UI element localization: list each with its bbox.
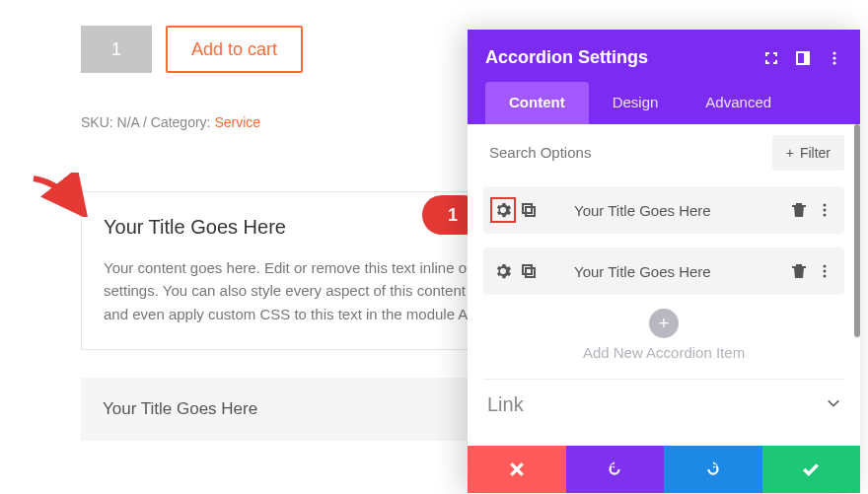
section-link[interactable]: Link: [483, 379, 844, 430]
svg-point-12: [824, 265, 827, 268]
tab-design[interactable]: Design: [589, 82, 683, 124]
add-item-row: + Add New Accordion Item: [483, 309, 844, 361]
plus-icon: +: [786, 145, 794, 161]
filter-button[interactable]: + Filter: [772, 135, 844, 171]
gear-icon[interactable]: [495, 202, 511, 218]
svg-rect-10: [523, 265, 532, 274]
svg-point-8: [824, 209, 827, 212]
redo-button[interactable]: [664, 446, 762, 493]
add-item-label: Add New Accordion Item: [483, 344, 844, 361]
accordion-item-row: Your Title Goes Here: [483, 186, 844, 234]
duplicate-icon[interactable]: [521, 202, 537, 218]
snap-icon[interactable]: [795, 50, 811, 66]
trash-icon[interactable]: [791, 202, 807, 218]
svg-rect-1: [804, 52, 809, 64]
undo-button[interactable]: [566, 446, 665, 493]
panel-title: Accordion Settings: [485, 47, 648, 68]
item-more-icon[interactable]: [817, 263, 832, 279]
panel-body: + Filter Your Title Goes Here Your Title…: [468, 124, 860, 446]
meta-text: SKU: N/A / Category:: [81, 114, 214, 130]
svg-point-14: [824, 275, 827, 278]
accordion-item-title: Your Title Goes Here: [574, 263, 781, 280]
quantity-input[interactable]: 1: [81, 26, 152, 73]
tab-content[interactable]: Content: [485, 82, 589, 124]
panel-tabs: Content Design Advanced: [485, 82, 842, 124]
annotation-arrow: [30, 173, 89, 217]
item-more-icon[interactable]: [817, 202, 832, 218]
svg-rect-5: [523, 204, 532, 213]
panel-footer: [468, 446, 860, 493]
svg-point-3: [832, 56, 835, 59]
trash-icon[interactable]: [791, 263, 807, 279]
section-link-label: Link: [487, 393, 524, 416]
svg-point-7: [824, 204, 827, 207]
gear-icon[interactable]: [495, 263, 511, 279]
filter-label: Filter: [800, 145, 831, 161]
settings-panel: Accordion Settings Content Design Advanc…: [468, 30, 860, 493]
expand-icon[interactable]: [763, 50, 779, 66]
panel-more-icon[interactable]: [827, 50, 842, 66]
accordion-item-row: Your Title Goes Here: [483, 247, 844, 295]
category-link[interactable]: Service: [214, 114, 260, 130]
add-item-button[interactable]: +: [649, 309, 679, 338]
cancel-button[interactable]: [468, 446, 566, 493]
search-row: + Filter: [483, 132, 844, 173]
tab-advanced[interactable]: Advanced: [682, 82, 795, 124]
chevron-down-icon: [827, 396, 840, 414]
svg-point-13: [824, 270, 827, 273]
svg-point-4: [832, 61, 835, 64]
accordion-item-title: Your Title Goes Here: [574, 202, 781, 219]
duplicate-icon[interactable]: [521, 263, 537, 279]
svg-rect-6: [526, 207, 535, 216]
search-input[interactable]: [483, 132, 772, 173]
add-to-cart-button[interactable]: Add to cart: [166, 26, 303, 73]
svg-point-9: [824, 214, 827, 217]
panel-scrollbar[interactable]: [854, 124, 860, 337]
panel-header: Accordion Settings Content Design Advanc…: [468, 30, 860, 124]
svg-rect-11: [526, 268, 535, 277]
save-button[interactable]: [762, 446, 861, 493]
svg-point-2: [832, 51, 835, 54]
